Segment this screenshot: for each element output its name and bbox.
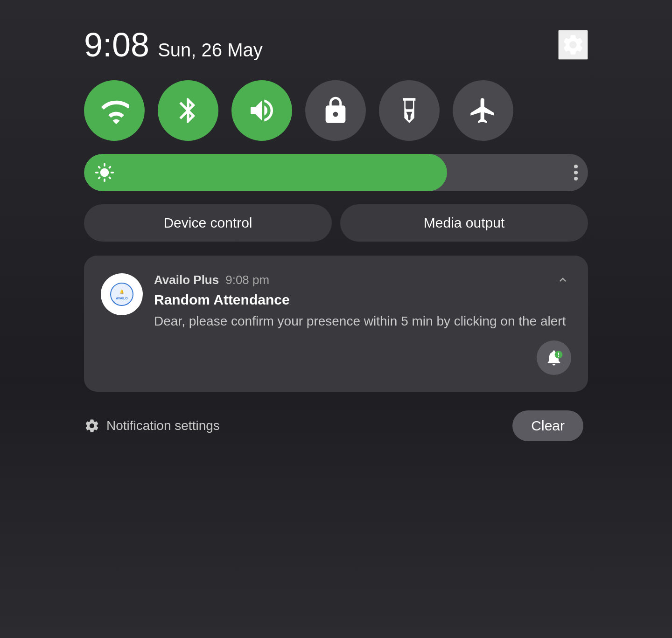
notif-time: 9:08 pm [225, 273, 269, 287]
media-output-label: Media output [424, 215, 504, 231]
notification-card[interactable]: 🔔 AVAILO Availo Plus 9:08 pm [84, 256, 588, 392]
lock-icon [321, 96, 350, 125]
notif-body: Availo Plus 9:08 pm Random Attendance De… [154, 271, 571, 331]
brightness-fill [84, 154, 447, 191]
screen-lock-toggle[interactable] [305, 80, 366, 141]
sound-icon [247, 96, 277, 125]
svg-text:!: ! [558, 351, 560, 358]
sound-toggle[interactable] [231, 80, 292, 141]
svg-point-0 [111, 283, 133, 305]
device-control-button[interactable]: Device control [84, 204, 332, 242]
clock-time: 9:08 [84, 28, 149, 62]
notification-panel: 9:08 Sun, 26 May [79, 19, 593, 446]
bluetooth-icon [173, 96, 203, 125]
notification-settings-label: Notification settings [106, 418, 220, 433]
svg-text:🔔: 🔔 [119, 289, 124, 294]
bluetooth-toggle[interactable] [158, 80, 218, 141]
time-date: 9:08 Sun, 26 May [84, 28, 263, 62]
clear-button[interactable]: Clear [512, 410, 583, 441]
header-row: 9:08 Sun, 26 May [79, 19, 593, 76]
notif-app-icon: 🔔 AVAILO [101, 273, 143, 315]
brightness-row [79, 154, 593, 204]
toggles-row [79, 76, 593, 154]
bottom-bar: Notification settings Clear [79, 406, 593, 446]
svg-text:AVAILO: AVAILO [116, 297, 128, 300]
brightness-sun-icon [94, 162, 115, 183]
airplane-icon [468, 96, 498, 125]
notification-settings-button[interactable]: Notification settings [84, 418, 220, 434]
clock-date: Sun, 26 May [158, 40, 263, 61]
notif-header: 🔔 AVAILO Availo Plus 9:08 pm [101, 271, 571, 331]
airplane-mode-toggle[interactable] [453, 80, 513, 141]
brightness-menu-dots[interactable] [574, 165, 578, 180]
notif-bell-button[interactable]: ! [537, 340, 571, 375]
flashlight-toggle[interactable] [379, 80, 440, 141]
gear-icon [561, 33, 585, 57]
control-row: Device control Media output [79, 204, 593, 256]
notif-footer: ! [101, 340, 571, 375]
notif-title: Random Attendance [154, 292, 571, 308]
brightness-slider[interactable] [84, 154, 588, 191]
flashlight-icon [394, 96, 424, 125]
gear-small-icon [84, 418, 100, 434]
wifi-toggle[interactable] [84, 80, 145, 141]
notif-meta: Availo Plus 9:08 pm [154, 271, 571, 288]
settings-button[interactable] [558, 30, 588, 60]
wifi-icon [99, 96, 129, 125]
media-output-button[interactable]: Media output [340, 204, 588, 242]
notif-collapse-button[interactable] [554, 271, 571, 288]
device-control-label: Device control [163, 215, 252, 231]
notif-message: Dear, please confirm your presence withi… [154, 312, 571, 331]
notif-app-name: Availo Plus [154, 273, 219, 287]
